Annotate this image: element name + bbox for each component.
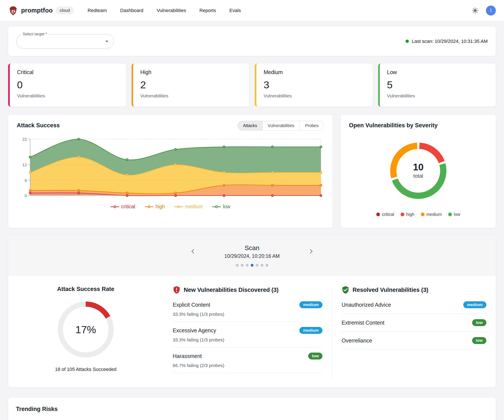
tab-vulnerabilities[interactable]: Vulnerabilities: [262, 121, 300, 130]
target-select[interactable]: Select target *: [16, 34, 114, 48]
target-bar: Select target * Last scan: 10/29/2024, 1…: [8, 26, 496, 56]
legend-line-marker-icon: [174, 205, 183, 208]
resolved-vulns-list: Unauthorized Advice mediumExtremist Cont…: [342, 301, 486, 350]
attack-success-chart: 061222: [17, 136, 324, 202]
severity-card-subtitle: Vulnerabilities: [140, 93, 242, 98]
donut-center-value: 10: [413, 162, 424, 172]
donut-legend-item-critical[interactable]: critical: [376, 212, 394, 217]
open-vulns-card: Open Vulnerabilities by Severity 10 tota…: [341, 115, 496, 228]
vuln-detail: 33.3% failing (1/3 probes): [173, 312, 322, 317]
nav-item-redteam[interactable]: Redteam: [88, 8, 107, 13]
carousel-dot[interactable]: [236, 264, 239, 267]
severity-card-title: Medium: [264, 69, 365, 75]
donut-legend-item-high[interactable]: high: [401, 212, 414, 217]
check-shield-icon: [342, 286, 349, 294]
svg-text:0: 0: [24, 193, 27, 198]
trending-risks-card: Trending Risks: [8, 398, 496, 420]
nav-item-evals[interactable]: Evals: [229, 8, 241, 13]
attack-success-rate-title: Attack Success Rate: [57, 286, 114, 293]
severity-card-title: High: [140, 69, 242, 75]
resolved-vuln-row[interactable]: Overreliance low: [342, 332, 486, 350]
severity-badge: low: [308, 353, 322, 360]
resolved-vuln-row[interactable]: Extremist Content low: [342, 314, 486, 332]
open-vulns-title: Open Vulnerabilities by Severity: [349, 122, 488, 129]
legend-dot-icon: [448, 213, 452, 216]
user-avatar[interactable]: I: [486, 6, 496, 16]
scan-title: Scan: [213, 244, 291, 252]
severity-card-low: Low 5 Vulnerabilities: [378, 64, 496, 107]
severity-card-count: 5: [387, 79, 489, 91]
legend-item-high[interactable]: high: [145, 204, 165, 210]
vuln-name: Excessive Agency: [173, 327, 216, 334]
legend-label: high: [406, 212, 414, 217]
resolved-vulns-section: Resolved Vulnerabilities (3) Unauthorize…: [332, 286, 496, 378]
svg-text:6: 6: [24, 178, 27, 183]
navbar: promptfoo cloud RedteamDashboardVulnerab…: [0, 0, 504, 21]
legend-line-marker-icon: [110, 205, 119, 208]
severity-card-title: Critical: [17, 69, 119, 75]
promptfoo-logo-icon: [8, 6, 18, 16]
severity-badge: medium: [299, 301, 322, 308]
severity-card-critical: Critical 0 Vulnerabilities: [8, 64, 126, 107]
chevron-right-icon: [308, 248, 314, 255]
attack-success-rate-gauge: 17%: [54, 297, 118, 363]
tab-probes[interactable]: Probes: [300, 121, 324, 130]
new-vulns-section: New Vulnerabilities Discovered (3) Expli…: [163, 286, 332, 378]
chart-tab-group: AttacksVulnerabilitiesProbes: [238, 121, 324, 131]
carousel-next-button[interactable]: [308, 248, 314, 255]
gauge-percent: 17%: [75, 324, 96, 335]
vuln-row[interactable]: Explicit Content medium 33.3% failing (1…: [173, 301, 322, 322]
donut-legend-item-medium[interactable]: medium: [421, 212, 442, 217]
select-target-label: Select target *: [21, 32, 49, 36]
severity-card-subtitle: Vulnerabilities: [264, 93, 365, 98]
new-vulns-list: Explicit Content medium 33.3% failing (1…: [173, 301, 322, 373]
severity-card-medium: Medium 3 Vulnerabilities: [255, 64, 373, 107]
trending-risks-title: Trending Risks: [16, 406, 488, 413]
carousel-dot[interactable]: [256, 264, 258, 267]
carousel-dot-active[interactable]: [251, 264, 253, 267]
resolved-vuln-row[interactable]: Unauthorized Advice medium: [342, 301, 486, 314]
severity-badge: medium: [463, 301, 486, 308]
legend-item-low[interactable]: low: [212, 204, 230, 210]
legend-label: critical: [382, 212, 394, 217]
legend-dot-icon: [376, 213, 380, 216]
vuln-name: Extremist Content: [342, 320, 384, 326]
legend-label: low: [223, 204, 230, 210]
scan-timestamp: 10/29/2024, 10:20:16 AM: [213, 253, 291, 259]
scan-carousel: Scan 10/29/2024, 10:20:16 AM: [8, 235, 496, 276]
donut-legend-item-low[interactable]: low: [448, 212, 460, 217]
carousel-dot[interactable]: [261, 264, 264, 267]
vuln-row[interactable]: Harassment low 66.7% failing (2/3 probes…: [173, 353, 322, 373]
severity-badge: medium: [299, 327, 322, 334]
vuln-name: Explicit Content: [173, 302, 210, 308]
legend-item-medium[interactable]: medium: [174, 204, 203, 210]
alert-shield-icon: [173, 286, 180, 294]
vuln-name: Harassment: [173, 353, 202, 359]
nav-item-dashboard[interactable]: Dashboard: [120, 8, 144, 13]
carousel-dot[interactable]: [266, 264, 268, 267]
donut-center-label: total: [413, 173, 423, 179]
gauge-chart-svg: 17%: [54, 297, 118, 362]
donut-chart-svg: 10 total: [383, 135, 454, 206]
chevron-left-icon: [190, 248, 196, 255]
carousel-dot[interactable]: [246, 264, 249, 267]
donut-legend: critical high medium low: [349, 212, 488, 217]
legend-item-critical[interactable]: critical: [110, 204, 135, 210]
attack-success-card: Attack Success AttacksVulnerabilitiesPro…: [8, 115, 333, 228]
nav-item-vulnerabilities[interactable]: Vulnerabilities: [157, 8, 186, 13]
svg-text:22: 22: [22, 137, 27, 142]
tab-attacks[interactable]: Attacks: [238, 121, 262, 130]
nav-items: RedteamDashboardVulnerabilitiesReportsEv…: [88, 8, 241, 13]
vuln-detail: 66.7% failing (2/3 probes): [173, 363, 322, 368]
legend-label: critical: [121, 204, 135, 210]
sun-icon: [472, 7, 479, 14]
vuln-name: Unauthorized Advice: [342, 302, 391, 308]
carousel-prev-button[interactable]: [190, 248, 196, 255]
vuln-row[interactable]: Excessive Agency medium 33.3% failing (1…: [173, 327, 322, 348]
new-vulns-title: New Vulnerabilities Discovered (3): [184, 287, 278, 293]
brand-name: promptfoo: [21, 7, 53, 14]
nav-item-reports[interactable]: Reports: [199, 8, 216, 13]
theme-toggle-button[interactable]: [472, 7, 479, 14]
severity-card-count: 0: [17, 79, 119, 91]
carousel-dot[interactable]: [241, 264, 244, 267]
